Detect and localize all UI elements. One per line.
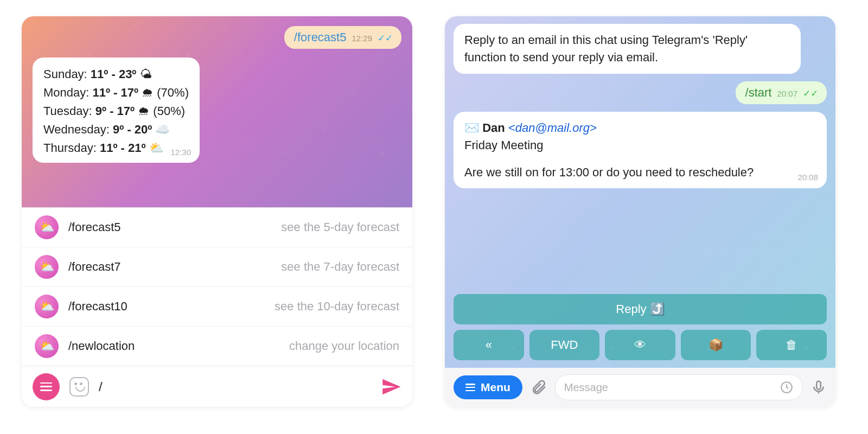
message-time: 12:30 xyxy=(170,146,191,158)
keyboard-button[interactable]: FWD xyxy=(529,330,600,360)
microphone-icon[interactable] xyxy=(810,379,827,395)
envelope-icon: ✉️ xyxy=(464,121,479,135)
keyboard-button[interactable]: 👁 xyxy=(605,330,675,360)
bot-avatar-icon: ⛅ xyxy=(35,295,59,318)
outgoing-message[interactable]: /forecast5 12:29 ✓✓ xyxy=(284,26,401,49)
outgoing-message[interactable]: /start 20:07 ✓✓ xyxy=(736,81,827,104)
chat-area: /forecast5 12:29 ✓✓ Sunday: 11º - 23º 🌤M… xyxy=(22,16,412,207)
forecast-day-row: Wednesday: 9º - 20º ☁️ xyxy=(43,120,189,139)
keyboard-button[interactable]: « xyxy=(454,330,524,360)
weather-bot-panel: /forecast5 12:29 ✓✓ Sunday: 11º - 23º 🌤M… xyxy=(22,16,412,407)
keyboard-button[interactable]: 📦 xyxy=(681,330,751,360)
email-bot-panel: Reply to an email in this chat using Tel… xyxy=(445,16,835,407)
bot-avatar-icon: ⛅ xyxy=(35,255,59,279)
commands-menu-button[interactable] xyxy=(33,373,60,400)
sticker-icon[interactable] xyxy=(69,377,89,397)
keyboard-button-reply[interactable]: Reply ⤴️ xyxy=(454,294,827,324)
command-suggestion[interactable]: ⛅/forecast5see the 5-day forecast xyxy=(22,208,412,247)
message-input-bar: Menu Message xyxy=(445,368,835,407)
command-description: see the 5-day forecast xyxy=(281,220,399,234)
bot-avatar-icon: ⛅ xyxy=(35,334,59,358)
forecast-day-row: Sunday: 11º - 23º 🌤 xyxy=(43,65,189,84)
input-placeholder: Message xyxy=(564,381,774,394)
hamburger-icon xyxy=(465,384,475,391)
keyboard-button[interactable]: 🗑 xyxy=(756,330,827,360)
forecast-day-row: Monday: 11º - 17º 🌧 (70%) xyxy=(43,84,189,102)
command-name: /forecast7 xyxy=(68,260,121,274)
forecast-day-row: Thursday: 11º - 21º ⛅ xyxy=(43,139,189,157)
command-suggestion[interactable]: ⛅/forecast7see the 7-day forecast xyxy=(22,247,412,286)
command-name: /forecast5 xyxy=(68,220,121,234)
message-input-bar: / xyxy=(22,366,412,407)
attachment-icon[interactable] xyxy=(530,379,547,396)
bot-avatar-icon: ⛅ xyxy=(35,215,59,239)
email-from-name: Dan xyxy=(482,121,505,135)
command-description: see the 10-day forecast xyxy=(275,299,399,314)
email-subject: Friday Meeting xyxy=(464,137,816,154)
incoming-forecast-message[interactable]: Sunday: 11º - 23º 🌤Monday: 11º - 17º 🌧 (… xyxy=(33,58,200,163)
command-name: /newlocation xyxy=(68,339,135,353)
svg-rect-1 xyxy=(816,381,821,390)
menu-button[interactable]: Menu xyxy=(454,375,522,399)
incoming-email-message[interactable]: ✉️ Dan <dan@mail.org> Friday Meeting Are… xyxy=(454,112,827,189)
message-time: 12:29 xyxy=(352,34,372,43)
message-command: /start xyxy=(745,86,772,100)
command-suggestion[interactable]: ⛅/newlocationchange your location xyxy=(22,326,412,366)
command-description: see the 7-day forecast xyxy=(281,260,399,274)
command-suggestion[interactable]: ⛅/forecast10see the 10-day forecast xyxy=(22,286,412,326)
email-body: Are we still on for 13:00 or do you need… xyxy=(464,164,816,181)
hamburger-icon xyxy=(40,382,52,391)
command-name: /forecast10 xyxy=(68,299,127,314)
message-command: /forecast5 xyxy=(294,30,347,44)
read-checks-icon: ✓✓ xyxy=(803,88,818,99)
command-description: change your location xyxy=(289,339,399,353)
send-icon[interactable] xyxy=(381,376,401,397)
message-input[interactable]: / xyxy=(99,379,371,394)
message-input[interactable]: Message xyxy=(555,374,803,400)
menu-label: Menu xyxy=(481,381,510,394)
email-from-line: ✉️ Dan <dan@mail.org> xyxy=(464,119,816,137)
inline-keyboard: Reply ⤴️ «FWD👁📦🗑 xyxy=(454,294,827,360)
message-time: 20:08 xyxy=(797,171,818,183)
schedule-icon[interactable] xyxy=(780,380,794,394)
forecast-day-row: Tuesday: 9º - 17º 🌧 (50%) xyxy=(43,102,189,120)
chat-area: Reply to an email in this chat using Tel… xyxy=(445,16,835,368)
email-from-addr: <dan@mail.org> xyxy=(508,121,597,135)
message-text: Reply to an email in this chat using Tel… xyxy=(464,33,748,64)
read-checks-icon: ✓✓ xyxy=(378,33,393,44)
command-suggestion-list: ⛅/forecast5see the 5-day forecast⛅/forec… xyxy=(22,207,412,366)
incoming-intro-message[interactable]: Reply to an email in this chat using Tel… xyxy=(454,24,801,74)
message-time: 20:07 xyxy=(777,89,797,98)
